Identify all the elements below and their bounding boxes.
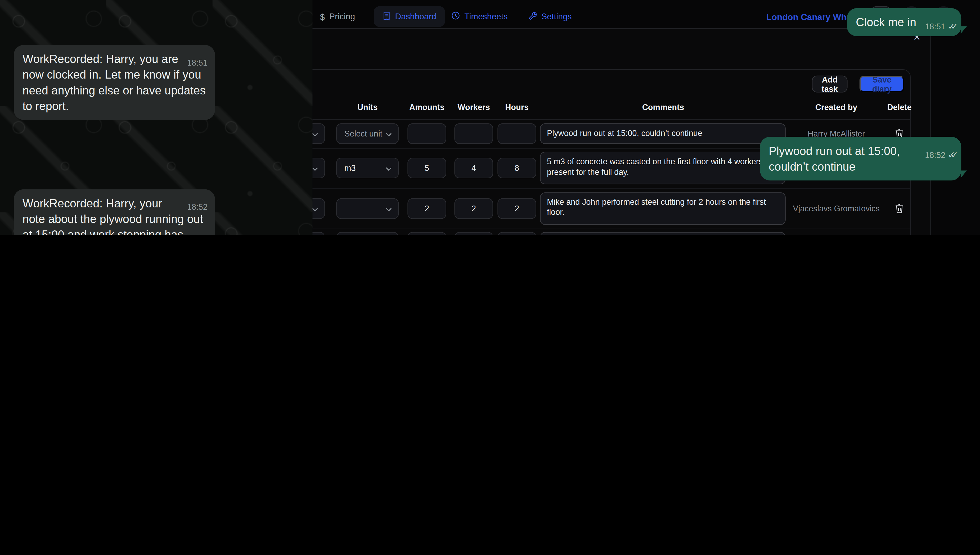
message-time: 18:51 — [187, 59, 207, 67]
message-text: Clock me in — [856, 16, 916, 29]
trash-icon[interactable] — [894, 202, 905, 215]
comment-input[interactable]: Material delivery was delayed by 2 hours… — [540, 232, 786, 235]
message-time: 18:51✓✓ — [925, 22, 954, 31]
nav-item-pricing[interactable]: $ Pricing — [320, 6, 355, 27]
wrench-icon — [528, 11, 537, 22]
site-name-label: London Canary Wharf — [766, 12, 858, 22]
app-screen: $ Pricing Dashboard Timesheets Settings … — [0, 0, 980, 235]
nav-pricing-label: Pricing — [329, 12, 355, 21]
hours-input[interactable] — [497, 123, 536, 144]
workers-input[interactable]: 2 — [454, 198, 493, 218]
workers-input[interactable] — [454, 123, 493, 144]
column-header-delete: Delete — [887, 103, 911, 112]
workers-input[interactable]: 4 — [454, 158, 493, 178]
chat-message-incoming: 18:51WorkRecorded: Harry, you are now cl… — [14, 45, 215, 120]
chevron-down-icon — [386, 204, 392, 213]
hours-input[interactable]: 8 — [497, 158, 536, 178]
chat-message-outgoing: 18:52✓✓Plywood run out at 15:00, couldn’… — [760, 137, 961, 180]
nav-item-dashboard[interactable]: Dashboard — [374, 6, 445, 27]
chevron-down-icon — [386, 163, 392, 172]
column-header-amounts: Amounts — [409, 103, 445, 112]
column-header-hours: Hours — [505, 103, 529, 112]
nav-item-settings[interactable]: Settings — [528, 6, 572, 27]
message-time: 18:52✓✓ — [925, 151, 954, 160]
nav-dashboard-label: Dashboard — [395, 12, 436, 21]
chat-message-outgoing: 18:51✓✓Clock me in — [847, 8, 961, 36]
receipt-icon — [382, 11, 391, 22]
unit-select[interactable]: Select unit — [336, 123, 398, 144]
dollar-icon: $ — [320, 12, 325, 22]
comment-input[interactable]: Mike and John performed steel cutting fo… — [540, 192, 786, 225]
amount-input[interactable]: 2 — [407, 232, 446, 235]
column-header-units: Units — [357, 103, 378, 112]
add-task-button[interactable]: Add task — [812, 75, 848, 93]
unit-select[interactable] — [336, 198, 398, 218]
double-check-icon: ✓✓ — [948, 150, 954, 160]
chevron-down-icon — [312, 204, 318, 213]
amount-input[interactable]: 5 — [407, 158, 446, 178]
chevron-down-icon — [386, 129, 392, 138]
hours-input[interactable]: 2 — [497, 198, 536, 218]
nav-item-timesheets[interactable]: Timesheets — [451, 6, 508, 27]
double-check-icon: ✓✓ — [948, 21, 954, 31]
column-header-comments: Comments — [642, 103, 684, 112]
column-header-created-by: Created by — [815, 103, 858, 112]
comment-input[interactable]: Plywood run out at 15:00, couldn’t conti… — [540, 123, 786, 144]
chevron-down-icon — [312, 163, 318, 172]
amount-input[interactable]: 2 — [407, 198, 446, 218]
nav-settings-label: Settings — [541, 12, 572, 21]
chat-message-incoming: 18:52WorkRecorded: Harry, your note abou… — [14, 189, 215, 235]
comment-input[interactable]: 5 m3 of concrete was casted on the first… — [540, 152, 786, 184]
save-diary-button[interactable]: Save diary — [859, 75, 904, 93]
chevron-down-icon — [312, 129, 318, 138]
unit-select[interactable] — [336, 232, 398, 235]
hours-input[interactable]: 2 — [497, 232, 536, 235]
site-selector[interactable]: London Canary Wharf — [766, 6, 858, 27]
message-text: WorkRecorded: Harry, your note about the… — [22, 197, 203, 235]
unit-select[interactable]: m3 — [336, 158, 398, 178]
clock-icon — [451, 11, 460, 22]
workers-input[interactable] — [454, 232, 493, 235]
nav-timesheets-label: Timesheets — [464, 12, 508, 21]
amount-input[interactable] — [407, 123, 446, 144]
created-by-label: Vjaceslavs Gromatovics — [774, 204, 899, 213]
message-text: WorkRecorded: Harry, you are now clocked… — [22, 52, 206, 112]
message-text: Plywood run out at 15:00, couldn’t conti… — [769, 144, 900, 173]
column-header-workers: Workers — [458, 103, 490, 112]
message-time: 18:52 — [187, 203, 207, 212]
